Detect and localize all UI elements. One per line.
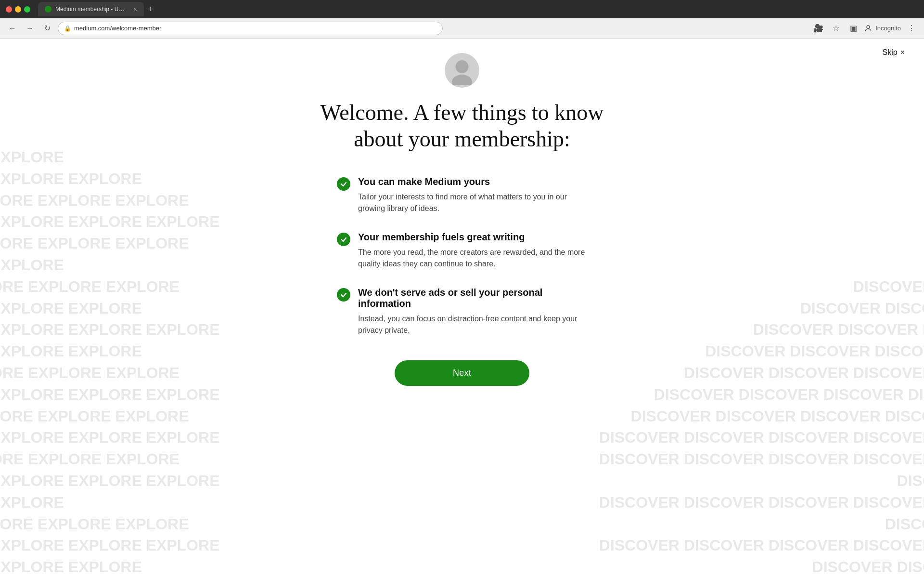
tab-favicon	[45, 6, 51, 13]
new-tab-icon[interactable]: +	[148, 4, 153, 14]
reload-button[interactable]: ↻	[40, 22, 54, 35]
browser-chrome: Medium membership - Unlimit... × +	[0, 0, 924, 18]
heading-line2: about your membership:	[354, 127, 570, 151]
url-display: medium.com/welcome-member	[74, 25, 161, 32]
tab-bar: Medium membership - Unlimit... × +	[38, 2, 918, 16]
tab-close-icon[interactable]: ×	[133, 5, 137, 13]
maximize-button[interactable]	[24, 6, 30, 13]
svg-point-1	[456, 60, 469, 73]
traffic-lights	[6, 6, 30, 13]
lock-icon: 🔒	[64, 25, 71, 32]
check-icon-1	[337, 177, 350, 191]
feature-item-3: We don't serve ads or sell your personal…	[337, 287, 587, 336]
feature-desc-2: The more you read, the more creators are…	[358, 247, 587, 270]
feature-text-2: Your membership fuels great writing The …	[358, 232, 587, 270]
heading-line1: Welcome. A few things to know	[320, 100, 603, 125]
bookmark-icon[interactable]: ☆	[829, 22, 843, 35]
browser-toolbar: ← → ↻ 🔒 medium.com/welcome-member 🎥 ☆ ▣ …	[0, 18, 924, 39]
tab-title: Medium membership - Unlimit...	[55, 6, 128, 13]
address-bar[interactable]: 🔒 medium.com/welcome-member	[58, 22, 443, 35]
minimize-button[interactable]	[15, 6, 21, 13]
feature-item-1: You can make Medium yours Tailor your in…	[337, 176, 587, 214]
camera-off-icon[interactable]: 🎥	[812, 22, 825, 35]
features-list: You can make Medium yours Tailor your in…	[337, 176, 587, 336]
svg-point-2	[452, 75, 472, 85]
feature-text-3: We don't serve ads or sell your personal…	[358, 287, 587, 336]
next-button[interactable]: Next	[395, 360, 529, 386]
svg-point-0	[867, 26, 870, 28]
feature-title-2: Your membership fuels great writing	[358, 232, 587, 243]
feature-desc-3: Instead, you can focus on distraction-fr…	[358, 313, 587, 336]
skip-button[interactable]: Skip ×	[883, 48, 905, 57]
feature-item-2: Your membership fuels great writing The …	[337, 232, 587, 270]
close-button[interactable]	[6, 6, 12, 13]
toolbar-icons: 🎥 ☆ ▣ Incognito ⋮	[812, 22, 918, 35]
tab-manager-icon[interactable]: ▣	[847, 22, 860, 35]
check-icon-2	[337, 233, 350, 246]
check-icon-3	[337, 288, 350, 302]
page-content: Skip × Welcome. A few things to know abo…	[0, 39, 924, 578]
menu-icon[interactable]: ⋮	[905, 22, 918, 35]
feature-desc-1: Tailor your interests to find more of wh…	[358, 191, 587, 214]
incognito-label: Incognito	[875, 25, 901, 32]
skip-close-icon: ×	[900, 48, 905, 57]
incognito-button[interactable]: Incognito	[864, 24, 901, 33]
forward-button[interactable]: →	[23, 22, 37, 35]
skip-label: Skip	[883, 48, 898, 57]
main-content: Welcome. A few things to know about your…	[0, 39, 924, 386]
welcome-heading: Welcome. A few things to know about your…	[320, 99, 603, 152]
avatar	[445, 53, 479, 88]
back-button[interactable]: ←	[6, 22, 19, 35]
feature-text-1: You can make Medium yours Tailor your in…	[358, 176, 587, 214]
feature-title-1: You can make Medium yours	[358, 176, 587, 187]
active-tab[interactable]: Medium membership - Unlimit... ×	[38, 2, 144, 16]
feature-title-3: We don't serve ads or sell your personal…	[358, 287, 587, 309]
